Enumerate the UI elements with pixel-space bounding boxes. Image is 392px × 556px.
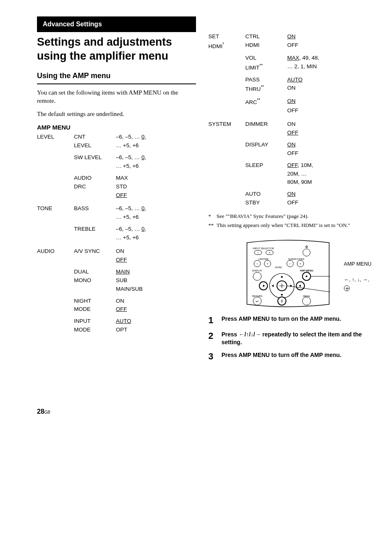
tree-sethdmi-2: HDMI [208,43,223,49]
tree-ctrlhdmi-opt0: OFF [287,42,367,49]
tree-bass-default: 0 [141,205,145,211]
tree-dual-1: DUAL [74,268,116,276]
remote-callout-arrows-text: ←, ↑, ↓, →, [344,276,371,284]
page-title: Settings and adjustments using the ampli… [37,35,196,63]
page-number: 28 [37,408,44,415]
tree-bass: BASS [74,205,116,213]
page-region: GB [44,410,50,415]
footnote-mark-2: ** [208,222,217,229]
tree-dual-2: MONO [74,277,116,285]
svg-point-25 [302,297,311,305]
tree-sw-level: SW LEVEL [74,154,116,162]
tree-passthru-2: THRU [245,86,261,92]
remote-label-ampmenu-small: AMP MENU [300,269,313,272]
tree-sleep-tail: , 10M, [298,162,314,168]
tree-sw-vals-b: … +5, +6 [116,162,196,170]
tree-passthru-sup: ** [261,85,264,89]
tree-ctrlhdmi-default: ON [287,33,295,39]
footnotes: * See ""BRAVIA" Sync Features" (page 24)… [208,213,367,229]
tree-dual-opt1: MAIN/SUB [116,285,196,293]
tree-audio: AUDIO [37,248,74,255]
tree-autostby-default: ON [287,191,295,197]
step-3-num: 3 [208,351,217,362]
tree-autostby-opt0: OFF [287,199,367,207]
remote-illustration: INPUT SELECTOR − + ⏻ CENTER − + SUBWOOFE… [208,239,367,308]
svg-point-4 [303,249,310,256]
steps-list: 1 Press AMP MENU to turn on the AMP menu… [208,315,367,362]
tree-ctrlhdmi-2: HDMI [245,42,287,49]
svg-text:+: + [299,262,301,266]
tree-cnt-tail: , [145,134,146,140]
tree-display: DISPLAY [245,141,287,149]
tree-sleep-valsc: 80M, 90M [287,178,367,186]
tree-dimmer-default: OFF [287,130,298,136]
tree-avsync: A/V SYNC [74,248,116,255]
tree-drc-opt0: MAX [116,174,196,182]
tree-sw-tail: , [145,154,146,160]
svg-text:−: − [257,251,259,255]
tree-dual-opt0: SUB [116,277,196,285]
tree-night-opt0: ON [116,297,196,305]
remote-label-input-selector: INPUT SELECTOR [253,247,274,250]
tree-tone: TONE [37,205,74,213]
tree-sw-default: 0 [141,154,145,160]
tree-sethdmi-sup: * [223,42,224,46]
tree-drc-default: OFF [116,192,127,198]
menu-tree-right: SET CTRL ON HDMI* HDMI OFF VOL MAX, 49, … [208,33,367,207]
step-1-text: Press AMP MENU to turn on the AMP menu. [221,315,341,323]
tree-cnt-vals-a: –6, –5, … [116,134,141,140]
tree-input-opt0: OPT [116,326,196,334]
tree-passthru-1: PASS [245,76,287,84]
tree-cnt-default: 0 [141,134,145,140]
intro-text-1: You can set the following items with AMP… [37,88,196,105]
remote-callout-ampmenu-text: AMP MENU [344,260,371,268]
page-footer: 28GB [37,408,367,415]
remote-label-center: CENTER [258,258,268,260]
tree-bass-vals-b: … +5, +6 [116,213,196,221]
tree-sethdmi-1: SET [208,33,245,41]
tree-avsync-default: OFF [116,257,127,263]
footnote-text-1: See ""BRAVIA" Sync Features" (page 24). [217,213,309,220]
tree-sleep-valsb: 20M, … [287,170,367,178]
tree-drc-2: DRC [74,183,116,191]
tree-passthru-default: AUTO [287,76,302,83]
tree-arc-opt0: OFF [287,107,367,115]
tree-sleep: SLEEP [245,162,287,169]
svg-text:−: − [289,262,291,266]
tree-arc: ARC [245,99,257,105]
tree-vollimit-2: LIMIT [245,65,260,71]
tree-display-opt0: OFF [287,150,367,158]
tree-input-2: MODE [74,326,116,334]
tree-treble-default: 0 [141,226,145,232]
tree-vollimit-sup: ** [260,63,263,68]
tree-sleep-default: OFF [287,162,298,168]
tree-input-default: AUTO [116,318,131,324]
tree-night-2: MODE [74,306,116,313]
menu-tree-left: LEVEL CNT –6, –5, … 0, LEVEL … +5, +6 SW… [37,133,196,334]
remote-label-subwoofer: SUBWOOFER [288,258,304,260]
tree-dual-default: MAIN [116,269,130,275]
tree-dimmer: DIMMER [245,120,287,128]
step-2-text: Press ←/↑/↓/→ repeatedly to select the i… [221,331,367,346]
tree-vollimit-default: MAX [287,55,299,61]
divider [37,83,196,84]
footnote-text-2: This setting appears only when "CTRL HDM… [217,222,350,229]
tree-bass-vals-a: –6, –5, … [116,205,141,211]
tree-input-1: INPUT [74,317,116,325]
tree-ctrlhdmi-1: CTRL [245,33,287,41]
tree-arc-sup: ** [257,98,261,102]
tree-dimmer-opt0: ON [287,120,367,128]
remote-label-level: LEVEL [274,266,282,269]
svg-point-14 [253,272,261,280]
tree-drc-1: AUDIO [74,174,116,182]
step-3-text: Press AMP MENU to turn off the AMP menu. [221,351,341,359]
step-1-num: 1 [208,315,217,326]
tree-cnt-level-1: CNT [74,133,116,141]
tree-treble-vals-b: … +5, +6 [116,234,196,242]
enter-icon [344,285,350,291]
tree-sw-vals-a: –6, –5, … [116,154,141,160]
tree-night-default: OFF [116,306,127,312]
step-2-arrows: ←/↑/↓/→ [239,331,261,338]
tree-drc-opt1: STD [116,183,196,191]
tree-cnt-level-2: LEVEL [74,142,116,150]
